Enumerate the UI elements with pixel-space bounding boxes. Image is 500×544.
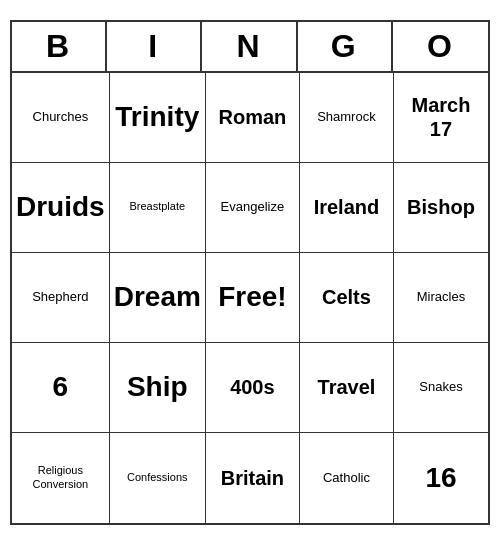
bingo-cell: Dream <box>110 253 206 343</box>
header-letter: G <box>298 22 393 71</box>
bingo-cell: Celts <box>300 253 394 343</box>
bingo-header: BINGO <box>12 22 488 73</box>
bingo-cell: March 17 <box>394 73 488 163</box>
bingo-cell: Churches <box>12 73 110 163</box>
bingo-cell: Snakes <box>394 343 488 433</box>
header-letter: B <box>12 22 107 71</box>
bingo-cell: Bishop <box>394 163 488 253</box>
bingo-cell: Miracles <box>394 253 488 343</box>
bingo-cell: Ship <box>110 343 206 433</box>
bingo-cell: Druids <box>12 163 110 253</box>
header-letter: O <box>393 22 488 71</box>
bingo-cell: Ireland <box>300 163 394 253</box>
bingo-cell: Shepherd <box>12 253 110 343</box>
bingo-cell: Religious Conversion <box>12 433 110 523</box>
bingo-cell: Trinity <box>110 73 206 163</box>
bingo-cell: 16 <box>394 433 488 523</box>
bingo-cell: 400s <box>206 343 300 433</box>
bingo-cell: Shamrock <box>300 73 394 163</box>
bingo-cell: Evangelize <box>206 163 300 253</box>
bingo-cell: Britain <box>206 433 300 523</box>
header-letter: I <box>107 22 202 71</box>
header-letter: N <box>202 22 297 71</box>
bingo-cell: Travel <box>300 343 394 433</box>
bingo-cell: Breastplate <box>110 163 206 253</box>
bingo-cell: Catholic <box>300 433 394 523</box>
bingo-cell: Free! <box>206 253 300 343</box>
bingo-grid: ChurchesTrinityRomanShamrockMarch 17Drui… <box>12 73 488 523</box>
bingo-cell: Confessions <box>110 433 206 523</box>
bingo-cell: Roman <box>206 73 300 163</box>
bingo-card: BINGO ChurchesTrinityRomanShamrockMarch … <box>10 20 490 525</box>
bingo-cell: 6 <box>12 343 110 433</box>
